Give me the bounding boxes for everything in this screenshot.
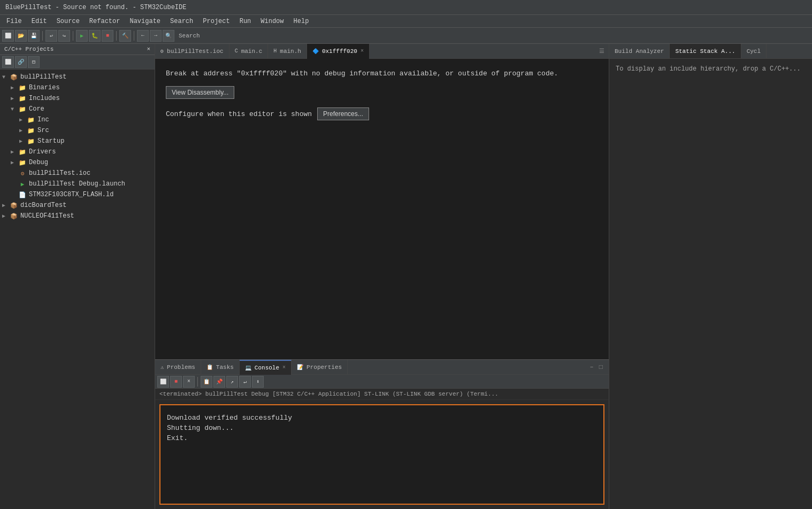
sidebar-tb-new[interactable]: ⬜: [2, 56, 14, 68]
editor-tab-label-tab-address: 0x1ffff020: [322, 48, 357, 55]
bottom-tab-properties[interactable]: 📝Properties: [292, 360, 348, 375]
minimize-bottom-btn[interactable]: –: [588, 364, 595, 371]
tree-icon-drivers: 📁: [18, 148, 27, 156]
menu-item-source[interactable]: Source: [52, 17, 84, 26]
editor-tab-tab-address[interactable]: 🔷0x1ffff020×: [307, 44, 370, 59]
tb-open[interactable]: 📂: [15, 30, 27, 42]
menu-item-search[interactable]: Search: [166, 17, 197, 26]
editor-tabs: ⚙bullPillTest.iocCmain.cHmain.h🔷0x1ffff0…: [155, 44, 609, 59]
tree-label-nucleof411test: NUCLEOF411Test: [20, 212, 74, 220]
editor-area: ⚙bullPillTest.iocCmain.cHmain.h🔷0x1ffff0…: [155, 44, 609, 359]
console-close[interactable]: ×: [183, 376, 195, 388]
tree-item-nucleof411test[interactable]: ▶📦NUCLEOF411Test: [0, 211, 155, 221]
tree-arrow-drivers: ▶: [11, 149, 18, 155]
menu-item-file[interactable]: File: [2, 17, 26, 26]
tree-item-startup[interactable]: ▶📁Startup: [0, 136, 155, 146]
menu-item-project[interactable]: Project: [198, 17, 234, 26]
tree-item-bullPillTest_ioc[interactable]: ⚙bullPillTest.ioc: [0, 168, 155, 179]
console-copy[interactable]: 📋: [201, 376, 212, 388]
tb-next[interactable]: →: [150, 30, 162, 42]
tree-icon-debug: 📁: [18, 158, 27, 167]
editor-tab-tab-main-h[interactable]: Hmain.h: [268, 44, 307, 59]
bottom-tab-problems[interactable]: ⚠Problems: [155, 360, 201, 375]
editor-tab-tab-ioc[interactable]: ⚙bullPillTest.ioc: [155, 44, 229, 59]
bottom-tabs-right: – □: [588, 364, 609, 371]
bottom-tab-label-properties: Properties: [307, 364, 342, 371]
tree-item-bullPillTest_debug[interactable]: ▶bullPillTest Debug.launch: [0, 179, 155, 189]
tree-item-includes[interactable]: ▶📁Includes: [0, 93, 155, 104]
tree-icon-includes: 📁: [18, 94, 27, 103]
main-layout: C/C++ Projects × ⬜ 🔗 ⊟ ▼📦bullPillTest▶📁B…: [0, 44, 812, 509]
tree-item-stm32_ld[interactable]: 📄STM32F103C8TX_FLASH.ld: [0, 189, 155, 200]
right-panel-tab-build-analyzer[interactable]: Build Analyzer: [609, 44, 670, 59]
tree-label-bullPillTest_ioc: bullPillTest.ioc: [29, 169, 90, 177]
tree-icon-bullPillTest: 📦: [10, 73, 18, 81]
editor-tab-tab-main-c[interactable]: Cmain.c: [229, 44, 269, 59]
tree-arrow-dicBoardTest: ▶: [2, 202, 10, 209]
menu-item-run[interactable]: Run: [235, 17, 256, 26]
right-panel-tab-static-stack[interactable]: Static Stack A...: [670, 44, 741, 59]
bottom-tab-tasks[interactable]: 📋Tasks: [201, 360, 240, 375]
toolbar-search-label: Search: [175, 33, 203, 39]
maximize-bottom-btn[interactable]: □: [597, 364, 604, 371]
editor-tab-close-tab-address[interactable]: ×: [361, 48, 364, 54]
console-pin[interactable]: 📌: [213, 376, 225, 388]
tb-redo[interactable]: ↪: [58, 30, 70, 42]
editor-tab-label-tab-main-h: main.h: [280, 48, 301, 55]
console-export[interactable]: ↗: [226, 376, 238, 388]
tree-item-debug[interactable]: ▶📁Debug: [0, 157, 155, 168]
tb-search[interactable]: 🔍: [163, 30, 174, 42]
tb-run[interactable]: ▶: [76, 30, 88, 42]
tree-icon-stm32_ld: 📄: [18, 190, 27, 199]
tree-item-core[interactable]: ▼📁Core: [0, 104, 155, 114]
tb-new[interactable]: ⬜: [2, 30, 14, 42]
tree-icon-bullPillTest_debug: ▶: [18, 180, 27, 188]
tree-item-dicBoardTest[interactable]: ▶📦dicBoardTest: [0, 200, 155, 211]
right-panel-tab-cycl[interactable]: Cycl: [741, 44, 767, 59]
bottom-tab-console[interactable]: 💻Console×: [240, 360, 292, 375]
right-panel-tab-label-build-analyzer: Build Analyzer: [615, 48, 664, 55]
title-bar: BluePillTest - Source not found. - STM32…: [0, 0, 812, 15]
menu-bar: FileEditSourceRefactorNavigateSearchProj…: [0, 15, 812, 28]
tree-icon-core: 📁: [18, 105, 27, 113]
tree-item-inc[interactable]: ▶📁Inc: [0, 114, 155, 125]
configure-text: Configure when this editor is shown: [166, 110, 312, 118]
menu-item-edit[interactable]: Edit: [27, 17, 51, 26]
bottom-tab-icon-console: 💻: [245, 365, 251, 371]
tb-build[interactable]: 🔨: [119, 30, 131, 42]
sidebar-header: C/C++ Projects ×: [0, 44, 155, 55]
menu-item-help[interactable]: Help: [289, 17, 313, 26]
sidebar-tb-link[interactable]: 🔗: [15, 56, 27, 68]
sidebar-tb-collapse[interactable]: ⊟: [28, 56, 40, 68]
console-scroll[interactable]: ⬇: [252, 376, 264, 388]
bottom-tab-label-tasks: Tasks: [216, 364, 234, 371]
menu-item-window[interactable]: Window: [256, 17, 288, 26]
tree-arrow-src: ▶: [19, 127, 27, 134]
tree-label-inc: Inc: [37, 116, 49, 124]
tree-item-drivers[interactable]: ▶📁Drivers: [0, 146, 155, 157]
tb-sep1: [42, 31, 43, 41]
console-clear[interactable]: ⬜: [157, 376, 169, 388]
menu-item-navigate[interactable]: Navigate: [125, 17, 165, 26]
console-stop[interactable]: ■: [170, 376, 182, 388]
console-content: Download verified successfullyShutting d…: [159, 404, 604, 505]
tb-prev[interactable]: ←: [137, 30, 149, 42]
bottom-tab-close-console[interactable]: ×: [282, 365, 286, 371]
tree-item-bullPillTest[interactable]: ▼📦bullPillTest: [0, 72, 155, 82]
tb-undo[interactable]: ↩: [45, 30, 57, 42]
bottom-tab-label-problems: Problems: [167, 364, 195, 371]
tb-stop[interactable]: ■: [102, 30, 113, 42]
sidebar-close[interactable]: ×: [147, 46, 150, 52]
tb-sep4: [134, 31, 134, 41]
view-disassembly-button[interactable]: View Disassembly...: [166, 86, 234, 99]
tb-save[interactable]: 💾: [28, 30, 40, 42]
menu-item-refactor[interactable]: Refactor: [85, 17, 125, 26]
tree-arrow-core: ▼: [11, 106, 18, 112]
editor-tabs-menu[interactable]: ☰: [599, 48, 604, 55]
tree-item-binaries[interactable]: ▶📁Binaries: [0, 82, 155, 93]
bottom-panel: ⚠Problems📋Tasks💻Console×📝Properties – □ …: [155, 359, 609, 509]
tree-item-src[interactable]: ▶📁Src: [0, 125, 155, 136]
tb-debug[interactable]: 🐛: [89, 30, 101, 42]
console-wrap[interactable]: ↵: [239, 376, 251, 388]
preferences-button[interactable]: Preferences...: [317, 107, 369, 120]
